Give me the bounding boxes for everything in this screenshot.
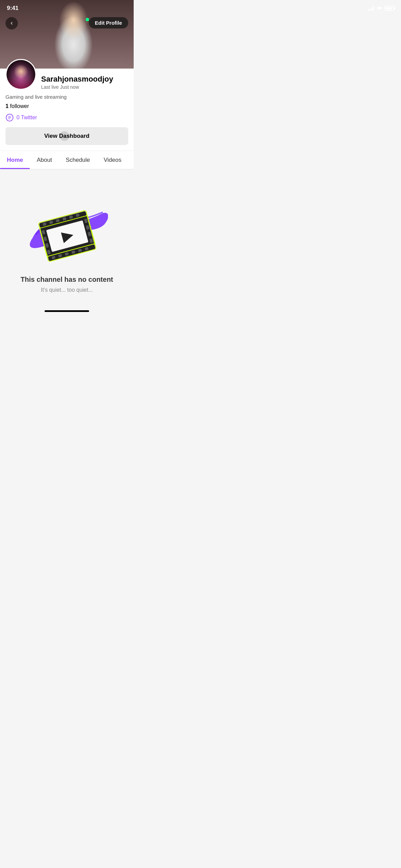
twitter-icon — [5, 113, 14, 122]
tab-schedule-label: Schedule — [66, 157, 90, 163]
avatar-container — [5, 59, 36, 90]
twitter-count: 0 — [16, 114, 20, 120]
bio-text: Gaming and live streaming — [5, 94, 128, 100]
status-bar: 9:41 — [0, 0, 134, 14]
follower-number: 1 — [5, 103, 9, 109]
tab-home[interactable]: Home — [0, 151, 30, 169]
back-button[interactable] — [5, 17, 18, 29]
tab-videos[interactable]: Videos — [97, 151, 129, 169]
follower-label: follower — [10, 103, 29, 109]
home-indicator-area — [0, 307, 134, 314]
film-reel-icon — [36, 207, 98, 262]
twitter-link[interactable]: 0 Twitter — [5, 113, 128, 122]
empty-title: This channel has no content — [21, 276, 113, 284]
profile-info: Sarahjonasmoodjoy Last live Just now — [41, 73, 128, 90]
home-bar — [45, 310, 89, 312]
edit-profile-button[interactable]: Edit Profile — [89, 17, 128, 28]
tabs-container: Home About Schedule Videos Cl — [0, 151, 134, 169]
twitter-link-text: 0 Twitter — [16, 114, 37, 121]
tab-about-label: About — [37, 157, 52, 163]
profile-header: Sarahjonasmoodjoy Last live Just now — [5, 69, 128, 90]
online-indicator — [86, 18, 89, 21]
tab-schedule[interactable]: Schedule — [59, 151, 97, 169]
twitter-platform: Twitter — [21, 114, 37, 120]
tab-home-label: Home — [7, 157, 23, 163]
follower-count: 1 follower — [5, 103, 128, 109]
tab-about[interactable]: About — [30, 151, 59, 169]
empty-subtitle: It's quiet... too quiet... — [41, 287, 93, 293]
empty-illustration — [26, 190, 108, 265]
avatar — [5, 59, 36, 90]
tabs: Home About Schedule Videos Cl — [0, 151, 134, 169]
avatar-image — [7, 60, 35, 89]
tab-videos-label: Videos — [104, 157, 122, 163]
view-dashboard-button[interactable]: View Dashboard — [5, 127, 128, 145]
tab-clips[interactable]: Cl — [128, 151, 134, 169]
profile-section: Sarahjonasmoodjoy Last live Just now Gam… — [0, 69, 134, 150]
last-live-status: Last live Just now — [41, 84, 128, 90]
status-time: 9:41 — [7, 5, 19, 12]
content-area: This channel has no content It's quiet..… — [0, 169, 134, 307]
username: Sarahjonasmoodjoy — [41, 75, 128, 84]
ripple-effect — [60, 131, 69, 141]
